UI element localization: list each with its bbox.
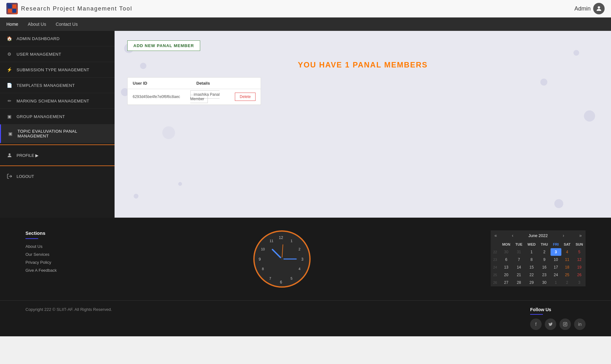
footer-link-feedback[interactable]: Give A Feedback [25, 268, 73, 273]
cal-week-num-1: 22 [491, 248, 500, 256]
cal-day[interactable]: 28 [513, 279, 525, 286]
cal-day-today[interactable]: 3 [551, 248, 561, 256]
footer: Sections About Us Our Services Privacy P… [0, 218, 611, 336]
cal-day[interactable]: 12 [573, 256, 586, 263]
calendar-month-year: June 2022 [528, 233, 548, 238]
svg-text:7: 7 [269, 276, 271, 280]
cal-day[interactable]: 30 [500, 248, 513, 256]
cal-prev-prev-btn[interactable]: « [495, 233, 497, 238]
cal-day[interactable]: 27 [500, 279, 513, 286]
footer-link-services[interactable]: Our Services [25, 252, 73, 257]
cal-day[interactable]: 23 [538, 271, 551, 279]
clock-face: 12 3 6 9 1 2 4 5 7 8 10 11 [253, 230, 311, 288]
delete-button[interactable]: Delete [235, 93, 256, 101]
cal-day[interactable]: 11 [561, 256, 573, 263]
cal-day[interactable]: 21 [513, 271, 525, 279]
follow-us-underline [530, 314, 543, 315]
page-title: YOU HAVE 1 PANAL MEMBERS [127, 60, 598, 69]
cal-week-num-2: 23 [491, 256, 500, 263]
sidebar-item-marking-schema[interactable]: ✏ MARKING SCHEMA MANAGEMENT [0, 93, 115, 109]
cal-next-next-btn[interactable]: » [579, 233, 582, 238]
svg-point-25 [566, 323, 566, 324]
sidebar-item-user-management[interactable]: ⚙ USER MANAGEMENT [0, 46, 115, 62]
cal-week-num-5: 26 [491, 279, 500, 286]
clock-svg: 12 3 6 9 1 2 4 5 7 8 10 11 [255, 232, 309, 286]
footer-link-about[interactable]: About Us [25, 244, 73, 249]
admin-section: Admin [574, 3, 605, 14]
cal-next-btn[interactable]: › [563, 233, 564, 238]
cal-day[interactable]: 29 [525, 279, 538, 286]
svg-rect-1 [12, 4, 16, 8]
cal-day[interactable]: 17 [551, 263, 561, 271]
cal-day[interactable]: 3 [573, 279, 586, 286]
cal-day[interactable]: 20 [500, 271, 513, 279]
svg-line-18 [272, 249, 282, 259]
app-logo [6, 3, 18, 14]
svg-text:8: 8 [262, 267, 264, 271]
cal-prev-btn[interactable]: ‹ [512, 233, 514, 238]
svg-point-5 [9, 153, 11, 155]
svg-point-4 [598, 6, 600, 9]
deco-dot-7 [134, 194, 138, 199]
cal-day[interactable]: 15 [525, 263, 538, 271]
add-panal-member-button[interactable]: ADD NEW PANAL MEMBER [127, 40, 200, 51]
cal-day[interactable]: 1 [551, 279, 561, 286]
deco-dot-10 [162, 126, 175, 139]
profile-label: PROFILE ▶ [17, 153, 39, 158]
footer-sections: Sections About Us Our Services Privacy P… [25, 230, 73, 276]
cal-day[interactable]: 1 [525, 248, 538, 256]
cal-day[interactable]: 2 [561, 279, 573, 286]
nav-about[interactable]: About Us [28, 22, 46, 27]
cal-day[interactable]: 10 [551, 256, 561, 263]
instagram-icon[interactable] [559, 318, 571, 330]
cal-day[interactable]: 9 [538, 256, 551, 263]
content-area: ADD NEW PANAL MEMBER YOU HAVE 1 PANAL ME… [115, 31, 611, 218]
nav-contact[interactable]: Contact Us [56, 22, 78, 27]
cal-day[interactable]: 16 [538, 263, 551, 271]
sidebar-label-admin-dashboard: ADMIN DASHBOARD [17, 36, 60, 41]
cal-day[interactable]: 30 [538, 279, 551, 286]
cal-day[interactable]: 2 [538, 248, 551, 256]
sidebar-label-marking-schema: MARKING SCHEMA MANAGEMENT [17, 99, 89, 103]
cal-day[interactable]: 18 [561, 263, 573, 271]
cell-userid: 6293d45be4fe7e0f6f6c8aec [128, 91, 185, 102]
sidebar-item-group-management[interactable]: ▣ GROUP MANAGEMENT [0, 109, 115, 124]
deco-dot-9 [178, 182, 182, 186]
svg-text:11: 11 [270, 239, 273, 243]
cal-day[interactable]: 19 [573, 263, 586, 271]
svg-rect-2 [8, 9, 12, 13]
cal-day[interactable]: 5 [573, 248, 586, 256]
svg-text:12: 12 [279, 235, 283, 240]
logout-label: LOGOUT [17, 174, 34, 179]
cal-day[interactable]: 6 [500, 256, 513, 263]
sidebar-profile[interactable]: PROFILE ▶ [0, 146, 115, 164]
cal-day[interactable]: 14 [513, 263, 525, 271]
gear-icon: ⚙ [6, 51, 13, 57]
sidebar-logout[interactable]: LOGOUT [0, 167, 115, 185]
nav-home[interactable]: Home [6, 22, 18, 27]
table-row: 6293d45be4fe7e0f6f6c8aec imashika Panal … [128, 89, 261, 105]
sidebar-label-submission-type: SUBMISSION TYPE MANAGEMENT [17, 67, 89, 72]
cal-th-sat: SAT [561, 241, 573, 248]
facebook-icon[interactable]: f [530, 318, 542, 330]
sidebar-item-admin-dashboard[interactable]: 🏠 ADMIN DASHBOARD [0, 31, 115, 46]
cal-day[interactable]: 4 [561, 248, 573, 256]
cal-day[interactable]: 31 [513, 248, 525, 256]
cal-day[interactable]: 7 [513, 256, 525, 263]
sidebar-item-templates[interactable]: 📄 TEMPLATES MANAGEMENT [0, 78, 115, 93]
svg-rect-0 [8, 4, 12, 8]
cal-day[interactable]: 26 [573, 271, 586, 279]
sidebar-item-submission-type[interactable]: ⚡ SUBMISSION TYPE MANAGEMENT [0, 62, 115, 78]
svg-point-22 [281, 258, 283, 260]
col-header-details: Details [191, 78, 242, 89]
linkedin-icon[interactable]: in [574, 318, 586, 330]
footer-link-privacy[interactable]: Privacy Policy [25, 260, 73, 265]
cal-day[interactable]: 22 [525, 271, 538, 279]
cal-day[interactable]: 24 [551, 271, 561, 279]
cal-day[interactable]: 8 [525, 256, 538, 263]
cal-day[interactable]: 13 [500, 263, 513, 271]
cal-day[interactable]: 25 [561, 271, 573, 279]
twitter-icon[interactable] [545, 318, 556, 330]
sidebar-item-topic-evaluation[interactable]: ▣ TOPIC EVALUVATION PANAL MANAGEMENT [0, 124, 115, 143]
cal-th-tue: TUE [513, 241, 525, 248]
